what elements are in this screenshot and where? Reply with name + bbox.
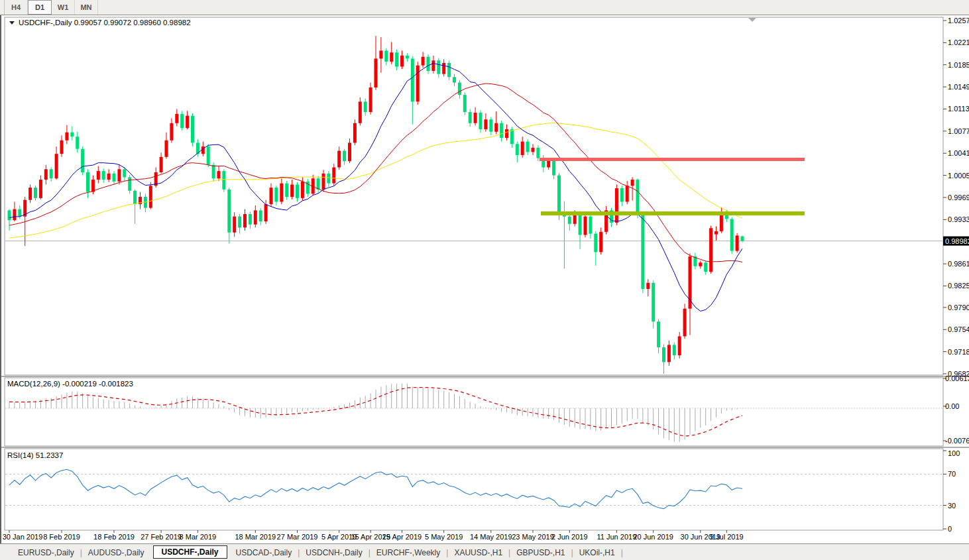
svg-text:0.98982: 0.98982 (945, 237, 969, 245)
svg-text:30: 30 (948, 502, 956, 510)
svg-text:1.01850: 1.01850 (948, 61, 969, 69)
svg-text:9 Jul 2019: 9 Jul 2019 (710, 533, 744, 541)
tab-separator: | (621, 548, 623, 557)
rsi-label: RSI(14) 51.2337 (7, 451, 63, 459)
current-price-tag: 0.98982 (943, 237, 969, 246)
svg-text:100: 100 (948, 449, 960, 457)
chart-tab-eurchf-weekly[interactable]: EURCHF-,Weekly (368, 546, 449, 559)
chart-tab-usdchf-daily[interactable]: USDCHF-,Daily (153, 545, 227, 559)
chart-tab-audusd-daily[interactable]: AUDUSD-,Daily (80, 546, 153, 559)
svg-text:27 Feb 2019: 27 Feb 2019 (141, 533, 182, 541)
chart-tab-gbpusd-h1[interactable]: GBPUSD-,H1 (508, 546, 573, 559)
svg-text:0: 0 (948, 525, 952, 533)
svg-text:0.97900: 0.97900 (948, 304, 969, 311)
svg-text:0.00: 0.00 (945, 402, 959, 410)
macd-axis: 0.006130.00-0.00761 (943, 374, 969, 445)
svg-text:30 Jan 2019: 30 Jan 2019 (3, 533, 43, 541)
toolbar-left-gap (0, 0, 5, 15)
chart-tab-usdcad-daily[interactable]: USDCAD-,Daily (227, 546, 301, 559)
svg-text:0.98610: 0.98610 (948, 260, 969, 268)
timeframe-w1-button[interactable]: W1 (52, 0, 75, 15)
svg-text:1.00050: 1.00050 (948, 172, 969, 180)
chart-tab-ukoil-h1[interactable]: UKOil-,H1 (571, 546, 624, 559)
svg-text:1.00410: 1.00410 (948, 149, 969, 157)
svg-text:1.02210: 1.02210 (948, 38, 969, 46)
chart-window[interactable]: 1.025701.022101.018501.014901.011301.007… (0, 15, 969, 543)
support-line[interactable] (541, 211, 805, 215)
svg-text:MACD(12,26,9) -0.000219 -0.001: MACD(12,26,9) -0.000219 -0.001823 (7, 380, 133, 388)
chart-tab-xauusd-h1[interactable]: XAUUSD-,H1 (445, 546, 511, 559)
price-axis: 1.025701.022101.018501.014901.011301.007… (943, 17, 969, 378)
svg-text:5 May 2019: 5 May 2019 (425, 533, 463, 541)
rsi-axis: 10070300 (943, 449, 960, 533)
svg-text:RSI(14) 51.2337: RSI(14) 51.2337 (7, 451, 63, 459)
chart-tabs-bar: EURUSD-,Daily|AUDUSD-,DailyUSDCHF-,Daily… (0, 543, 969, 560)
svg-text:0.97180: 0.97180 (948, 348, 969, 356)
svg-text:18 Feb 2019: 18 Feb 2019 (93, 533, 135, 541)
svg-text:1.00770: 1.00770 (948, 127, 969, 135)
svg-text:11 Jun 2019: 11 Jun 2019 (597, 533, 637, 541)
timeframe-mn-button[interactable]: MN (75, 0, 98, 15)
svg-text:2 Jun 2019: 2 Jun 2019 (551, 533, 587, 541)
svg-text:18 Mar 2019: 18 Mar 2019 (235, 533, 276, 541)
chart-tab-eurusd-daily[interactable]: EURUSD-,Daily (9, 546, 83, 559)
svg-text:0.99690: 0.99690 (948, 194, 969, 201)
chart-title: USDCHF-,Daily 0.99057 0.99072 0.98960 0.… (9, 19, 191, 27)
date-axis: 30 Jan 20198 Feb 201918 Feb 201927 Feb 2… (3, 530, 744, 541)
resistance-line[interactable] (540, 158, 805, 161)
svg-text:8 Mar 2019: 8 Mar 2019 (180, 533, 217, 541)
svg-text:0.97540: 0.97540 (948, 325, 969, 333)
svg-text:USDCHF-,Daily 0.99057 0.99072: USDCHF-,Daily 0.99057 0.99072 0.98960 0.… (19, 19, 191, 27)
svg-text:70: 70 (948, 470, 956, 478)
macd-label: MACD(12,26,9) -0.000219 -0.001823 (7, 380, 133, 388)
svg-text:27 Mar 2019: 27 Mar 2019 (277, 533, 318, 541)
svg-text:8 Feb 2019: 8 Feb 2019 (43, 533, 80, 541)
svg-text:-0.00761: -0.00761 (945, 437, 969, 445)
price-chart[interactable]: 1.025701.022101.018501.014901.011301.007… (1, 15, 969, 543)
svg-text:20 Jun 2019: 20 Jun 2019 (633, 533, 673, 541)
svg-text:1.01490: 1.01490 (948, 83, 969, 91)
svg-text:25 Apr 2019: 25 Apr 2019 (382, 533, 422, 541)
panel-frames (1, 17, 969, 530)
svg-text:14 May 2019: 14 May 2019 (470, 533, 512, 541)
svg-text:1.01130: 1.01130 (948, 105, 969, 113)
svg-text:23 May 2019: 23 May 2019 (512, 533, 554, 541)
svg-text:0.99330: 0.99330 (948, 215, 969, 223)
svg-text:0.98250: 0.98250 (948, 282, 969, 290)
timeframe-toolbar: H4D1W1MN (0, 0, 969, 15)
svg-text:0.00613: 0.00613 (945, 374, 969, 382)
timeframe-d1-button[interactable]: D1 (28, 0, 52, 15)
timeframe-h4-button[interactable]: H4 (5, 0, 28, 15)
chart-tab-usdcnh-daily[interactable]: USDCNH-,Daily (297, 546, 370, 559)
svg-text:1.02570: 1.02570 (948, 17, 969, 25)
